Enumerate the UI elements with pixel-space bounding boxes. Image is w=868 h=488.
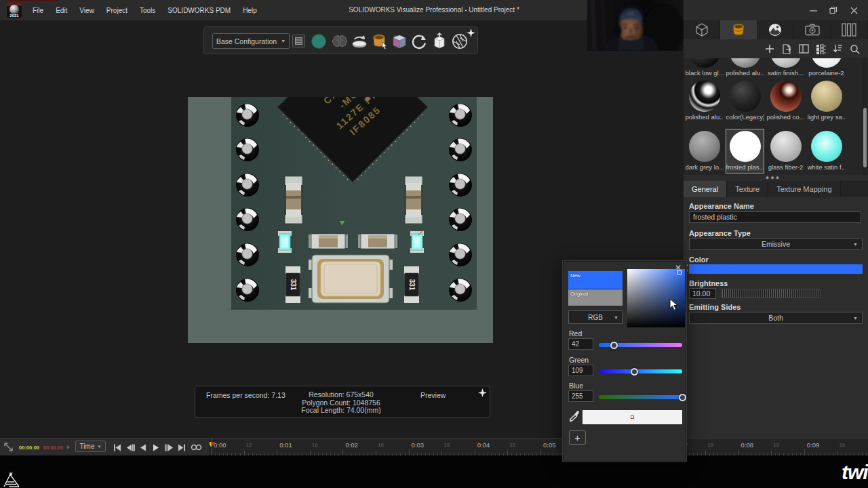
pcb-render[interactable]: CA32U4 -MU 1127E PH IF8085: [188, 97, 493, 343]
menu-solidworks-pdm[interactable]: SOLIDWORKS PDM: [165, 5, 233, 16]
property-panel: Appearance Name frosted plastic Appearan…: [684, 197, 868, 438]
taskbar-logo-icon[interactable]: [3, 472, 22, 488]
green-slider[interactable]: [599, 369, 682, 373]
app-icon[interactable]: 2021: [7, 3, 22, 18]
skip-to-end-button[interactable]: [177, 442, 186, 453]
stats-pin-icon[interactable]: [478, 388, 487, 399]
tab-scenes[interactable]: [757, 20, 794, 39]
menu-view[interactable]: View: [77, 5, 97, 16]
timeline-ruler[interactable]: 0:00160:01160:02160:03160:04160:05160:06…: [209, 439, 868, 456]
material-scrollbar[interactable]: [863, 58, 867, 175]
chevron-down-icon: ▼: [853, 242, 858, 247]
tab-libraries[interactable]: [831, 20, 868, 39]
libraries-icon: [841, 23, 857, 37]
timeline-time-caret[interactable]: [67, 445, 70, 449]
sv-marker: [677, 270, 682, 274]
eyedropper-icon[interactable]: [569, 410, 580, 422]
recent-color-bar[interactable]: [583, 410, 682, 424]
minimize-button[interactable]: [803, 0, 823, 20]
menu-help[interactable]: Help: [240, 5, 260, 16]
step-forward-button[interactable]: [164, 442, 174, 453]
original-color-swatch[interactable]: Original: [568, 289, 623, 306]
split-view-button[interactable]: [798, 43, 809, 54]
search-button[interactable]: [849, 43, 860, 54]
tab-models[interactable]: [684, 20, 720, 39]
material-name: polished alu...: [686, 113, 724, 121]
green-input[interactable]: 109: [568, 365, 593, 376]
turntable-button[interactable]: [351, 32, 368, 51]
material-item[interactable]: glass fiber-2: [766, 129, 805, 174]
scrollbar-thumb[interactable]: [863, 108, 867, 167]
material-item[interactable]: dark grey lo...: [685, 129, 724, 174]
toolbar-pin-icon[interactable]: [467, 28, 475, 40]
loop-button[interactable]: [190, 442, 202, 453]
color-swatch-bar[interactable]: [689, 264, 863, 274]
green-slider-handle[interactable]: [631, 368, 638, 375]
material-item[interactable]: polished alu...: [726, 58, 764, 79]
model-cube-button[interactable]: [391, 32, 408, 51]
material-item[interactable]: frosted plas...: [726, 129, 764, 174]
material-sphere-glass: [770, 131, 802, 162]
material-sphere-black: [689, 58, 720, 68]
timeline-move-handle[interactable]: [3, 442, 14, 455]
paint-bucket-button[interactable]: [371, 32, 388, 51]
emitting-sides-label: Emitting Sides: [689, 303, 741, 311]
red-input[interactable]: 42: [568, 338, 593, 350]
grid-view-button[interactable]: [815, 43, 826, 54]
blue-slider[interactable]: [599, 395, 682, 399]
material-item[interactable]: black low gl...: [685, 58, 724, 79]
material-name: frosted plas...: [726, 163, 764, 171]
material-item[interactable]: white satin f...: [807, 129, 846, 174]
skip-to-start-button[interactable]: [113, 442, 122, 453]
ruler-tick: [244, 451, 245, 455]
menu-project[interactable]: Project: [104, 5, 130, 16]
denoiser-button[interactable]: [331, 32, 348, 51]
play-reverse-button[interactable]: [138, 442, 148, 453]
add-appearance-button[interactable]: [764, 43, 775, 54]
material-name: glass fiber-2: [768, 163, 804, 171]
property-tab-general[interactable]: General: [684, 181, 727, 197]
material-item[interactable]: color(Legacy): [726, 79, 764, 123]
blue-input[interactable]: 255: [568, 390, 593, 402]
ruler-label: 0:01: [279, 441, 292, 449]
appearance-type-select[interactable]: Emissive ▼: [689, 238, 863, 250]
material-item[interactable]: porcelaine-2: [807, 58, 846, 79]
configuration-select[interactable]: Base Configuration ▼: [212, 33, 290, 49]
material-item[interactable]: light grey sa...: [807, 79, 846, 123]
add-color-button[interactable]: +: [569, 430, 586, 445]
tab-appearances[interactable]: [720, 20, 757, 39]
render-mode-button[interactable]: [311, 32, 328, 51]
material-item[interactable]: satin finish...: [766, 58, 805, 79]
tab-cameras[interactable]: [794, 20, 831, 39]
red-slider-handle[interactable]: [610, 342, 618, 349]
import-button[interactable]: [781, 43, 792, 54]
restore-button[interactable]: [823, 0, 844, 20]
panel-tabs: [684, 20, 868, 39]
menu-edit[interactable]: Edit: [53, 5, 70, 16]
blue-slider-handle[interactable]: [679, 394, 686, 401]
ruler-tick: [376, 451, 376, 455]
close-button[interactable]: [844, 0, 864, 20]
configuration-grid-button[interactable]: [292, 35, 305, 47]
property-tab-texture[interactable]: Texture: [727, 181, 768, 197]
sort-button[interactable]: [832, 43, 843, 54]
emitting-sides-select[interactable]: Both ▼: [689, 312, 863, 324]
brightness-dial[interactable]: [722, 289, 821, 298]
step-back-button[interactable]: [125, 442, 135, 453]
menu-tools[interactable]: Tools: [137, 5, 158, 16]
appearance-name-input[interactable]: frosted plastic: [689, 211, 861, 223]
refresh-button[interactable]: [411, 32, 428, 51]
property-tab-texture-mapping[interactable]: Texture Mapping: [768, 181, 840, 197]
saturation-value-picker[interactable]: [627, 269, 685, 327]
camera-aperture-button[interactable]: [451, 32, 468, 51]
panel-resize-handle[interactable]: ●●●: [684, 175, 863, 181]
library-toolbar: [684, 39, 868, 58]
timeline-mode-select[interactable]: Time ▼: [75, 441, 106, 452]
export-box-button[interactable]: [431, 32, 448, 51]
play-button[interactable]: [151, 442, 161, 453]
color-mode-select[interactable]: RGB ▼: [568, 310, 623, 324]
menu-file[interactable]: File: [30, 5, 46, 16]
brightness-input[interactable]: 10.00: [689, 288, 716, 299]
material-item[interactable]: polished alu...: [685, 79, 724, 123]
material-item[interactable]: polished co...: [766, 79, 805, 123]
